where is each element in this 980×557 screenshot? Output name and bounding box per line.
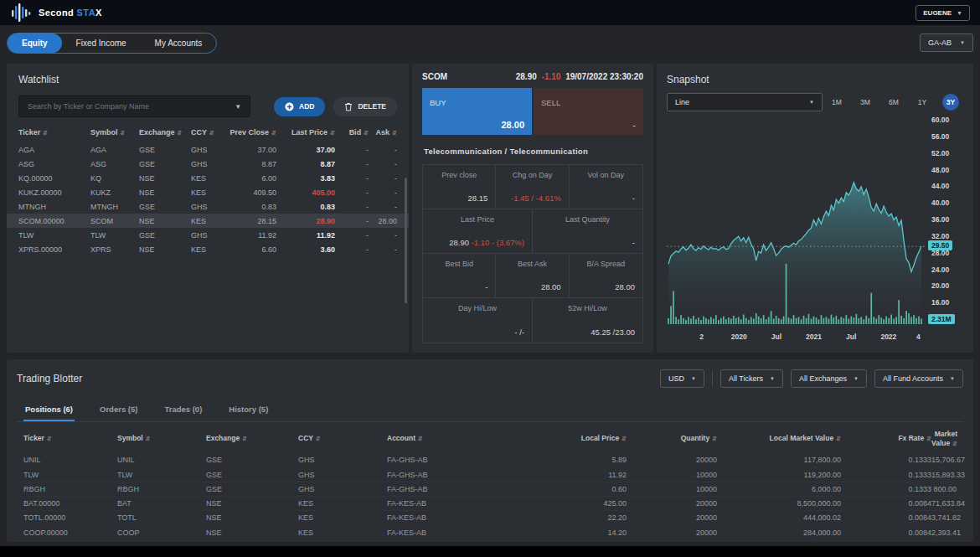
cell-ccy: GHS [191,231,228,240]
x-tick: 2022 [880,333,896,341]
column-header[interactable]: CCY⇵ [191,128,228,137]
watchlist-header-row: Ticker⇵Symbol⇵Exchange⇵CCY⇵Prev Close⇵La… [7,122,409,142]
chevron-down-icon: ▼ [809,100,814,105]
region-select[interactable]: GA-AB ▼ [920,34,973,52]
chevron-down-icon: ▼ [770,376,775,381]
tab-fixed-income[interactable]: Fixed Income [62,34,141,53]
cell-fx-rate: 0.0084 [841,513,931,522]
blotter-tab-orders[interactable]: Orders (5) [98,398,139,421]
cell-exchange: GSE [206,456,298,464]
stat-cell: B/A Spread28.00 [570,254,642,297]
y-tick: 52.00 [931,149,949,157]
column-header[interactable]: Ask⇵ [369,128,397,137]
column-header[interactable]: Symbol⇵ [117,434,206,443]
tab-my-accounts[interactable]: My Accounts [141,34,217,53]
cell-exchange: NSE [139,217,191,225]
chevron-down-icon: ▼ [691,376,696,381]
fund-accounts-select[interactable]: All Fund Accounts▼ [874,369,963,388]
cell-ticker: TOTL.00000 [23,513,117,522]
currency-select[interactable]: USD▼ [660,369,704,388]
column-header[interactable]: Bid⇵ [335,128,369,137]
blotter-tab-history[interactable]: History (5) [227,398,270,421]
cell-prev-close: 37.00 [228,146,276,154]
cell-ask: - [369,245,397,254]
watchlist-search[interactable]: ▼ [18,95,250,117]
watchlist-row[interactable]: AGAAGAGSEGHS37.0037.00-- [7,142,409,157]
watchlist-row[interactable]: TLWTLWGSEGHS11.9211.92-- [7,228,409,242]
range-button-3m[interactable]: 3M [857,94,874,111]
search-input[interactable] [19,102,222,111]
user-name: EUGENE [923,9,952,17]
cell-ticker: KQ.00000 [18,174,90,183]
stat-label: Last Price [426,215,529,224]
cell-ask: - [369,231,397,240]
stat-label: Best Bid [426,260,492,268]
cell-exchange: GSE [139,146,191,154]
range-button-6m[interactable]: 6M [885,94,902,111]
column-header[interactable]: Exchange⇵ [139,128,191,137]
chevron-down-icon: ▼ [957,10,962,16]
delete-button[interactable]: DELETE [333,97,397,116]
column-header[interactable]: Local Price⇵ [528,434,627,443]
y-tick: 20.00 [931,281,949,290]
blotter-filters: USD▼ All Tickers▼ All Exchanges▼ All Fun… [660,369,963,388]
range-button-3y[interactable]: 3Y [942,94,959,111]
sort-icon: ⇵ [242,436,247,441]
range-button-1m[interactable]: 1M [828,94,845,111]
sell-button[interactable]: SELL - [534,88,643,135]
stat-value: - /- [514,327,524,337]
trash-icon [344,102,353,111]
column-header[interactable]: Quantity⇵ [627,434,717,443]
column-header[interactable]: CCY⇵ [298,434,387,443]
column-header[interactable]: Fx Rate⇵ [841,434,931,443]
watchlist-row[interactable]: KUKZ.00000KUKZNSEKES409.50405.00-- [7,185,409,199]
y-tick: 48.00 [931,166,949,174]
watchlist-row[interactable]: ASGASGGSEGHS8.878.87-- [7,157,409,171]
cell-fx-rate: 0.0084 [841,529,931,537]
chart-type-select[interactable]: Line ▼ [667,93,823,111]
column-header[interactable]: Account⇵ [387,434,528,443]
column-header[interactable]: Prev Close⇵ [228,128,276,137]
stat-cell: Best Bid- [423,254,496,297]
tickers-select[interactable]: All Tickers▼ [720,369,783,388]
column-header[interactable]: Last Price⇵ [276,128,335,137]
watchlist-row[interactable]: MTNGHMTNGHGSEGHS0.830.83-- [7,199,409,214]
user-menu-button[interactable]: EUGENE ▼ [916,5,970,21]
watchlist-row[interactable]: SCOM.00000SCOMNSEKES28.1528.90-28.00 [7,214,409,228]
cell-ticker: COOP.00000 [23,529,117,537]
cell-local-price: 22.20 [528,513,627,522]
column-header[interactable]: Symbol⇵ [90,128,139,137]
stat-value: -1.45 / -4.61% [511,193,561,203]
cell-prev-close: 0.83 [228,203,276,211]
exchanges-select[interactable]: All Exchanges▼ [791,369,867,388]
cell-exchange: GSE [206,485,298,493]
current-price-badge: 29.50 [928,240,952,250]
buy-button[interactable]: BUY 28.00 [422,88,532,135]
watchlist-row[interactable]: KQ.00000KQNSEKES6.003.83-- [7,171,409,185]
column-header[interactable]: Market Value⇵ [931,430,957,447]
tab-equity[interactable]: Equity [8,34,62,53]
column-header[interactable]: Ticker⇵ [18,128,90,137]
blotter-header-row: Ticker⇵Symbol⇵Exchange⇵CCY⇵Account⇵Local… [17,422,963,453]
watchlist-row[interactable]: XPRS.00000XPRSNSEKES6.603.60-- [7,242,409,256]
cell-prev-close: 28.15 [228,217,276,225]
range-button-1y[interactable]: 1Y [914,94,931,111]
cell-local-price: 11.92 [528,471,627,479]
cell-symbol: BAT [117,499,206,508]
stat-label: Day Hi/Low [426,304,529,312]
blotter-tab-positions[interactable]: Positions (6) [23,398,75,421]
column-header[interactable]: Local Market Value⇵ [717,434,841,443]
blotter-tab-trades[interactable]: Trades (0) [162,398,204,421]
column-header[interactable]: Exchange⇵ [206,434,298,443]
add-button[interactable]: ADD [274,97,325,116]
brand: Second STAX [10,3,102,22]
stat-value: - [632,193,635,203]
column-header[interactable]: Ticker⇵ [23,434,117,443]
x-tick: 4 [916,333,921,341]
cell-ticker: TLW [18,231,90,240]
x-tick: 2 [699,333,704,341]
delete-button-label: DELETE [358,102,386,111]
blotter-title: Trading Blotter [17,373,82,384]
stat-value-part: -1.10 - (3.67%) [472,238,524,247]
watchlist-scrollbar[interactable] [405,178,407,303]
